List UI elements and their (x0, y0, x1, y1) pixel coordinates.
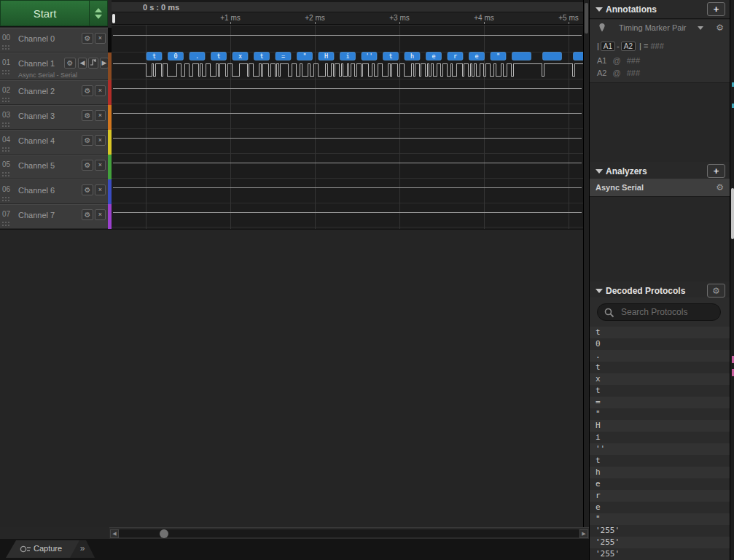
tick-mark (484, 22, 485, 24)
tick-label: +4 ms (466, 14, 502, 22)
channel-settings-gear-icon[interactable]: ⚙ (82, 33, 93, 44)
collapse-arrow-icon[interactable] (596, 7, 603, 12)
decoded-protocol-item[interactable]: x (590, 373, 730, 385)
timing-marker-pair-row[interactable]: Timing Marker Pair ⚙ (590, 20, 730, 36)
a1-at: @ (612, 56, 620, 65)
decode-bubble[interactable] (543, 52, 562, 61)
decoded-protocol-item[interactable]: t (590, 385, 730, 397)
marker-delta-formula: |A1-A2 | = ### (597, 42, 664, 51)
channel-drag-grip-icon[interactable] (1, 44, 11, 51)
channel-settings-gear-icon[interactable]: ⚙ (82, 85, 93, 96)
channel-close-icon[interactable]: × (95, 110, 106, 121)
start-button[interactable]: Start (0, 0, 89, 26)
marker-a2-chip[interactable]: A2 (621, 42, 636, 51)
decoded-protocol-item[interactable]: t (590, 362, 730, 373)
channel-close-icon[interactable]: × (95, 85, 106, 96)
channel-close-icon[interactable]: × (95, 160, 106, 171)
channel-drag-grip-icon[interactable] (1, 147, 11, 153)
timeline-position-marker[interactable] (112, 14, 115, 23)
decoded-protocol-item[interactable]: t (590, 455, 730, 467)
channel-settings-gear-icon[interactable]: ⚙ (82, 160, 93, 171)
channel-close-icon[interactable]: × (95, 209, 106, 220)
decode-bubble[interactable] (574, 52, 584, 61)
decoded-protocols-title: Decoded Protocols (606, 286, 685, 296)
decoded-protocol-item[interactable]: " (590, 408, 730, 420)
channel-row-03[interactable]: 03Channel 3⚙× (0, 105, 108, 129)
channel-drag-grip-icon[interactable] (1, 122, 11, 128)
marker-a1-chip[interactable]: A1 (601, 42, 615, 51)
decoded-protocol-item[interactable]: '255' (590, 548, 730, 560)
decoded-protocol-item[interactable]: t (590, 327, 730, 338)
decoded-protocol-item[interactable]: e (590, 502, 730, 513)
decoded-protocol-item[interactable]: . (590, 350, 730, 362)
channel-row-06[interactable]: 06Channel 6⚙× (0, 179, 108, 203)
decode-bubble-label: 0 (173, 52, 177, 60)
channel-settings-gear-icon[interactable]: ⚙ (82, 110, 93, 121)
tick-mark (569, 22, 569, 24)
vertical-scrollbar-panel[interactable] (730, 0, 734, 560)
channel-drag-grip-icon[interactable] (1, 196, 11, 203)
marker-dropdown-icon[interactable] (698, 26, 703, 30)
analyzer-name: Async Serial (596, 183, 644, 192)
decoded-protocol-item[interactable]: e (590, 478, 730, 490)
decoded-protocol-item[interactable]: " (590, 513, 730, 525)
analyzer-item-async-serial[interactable]: Async Serial ⚙ (590, 179, 730, 197)
search-protocols-input[interactable] (620, 306, 716, 319)
channel-index: 04 (2, 136, 10, 144)
decode-bubble-label: x (238, 52, 242, 60)
add-annotation-button[interactable]: + (707, 2, 725, 16)
scroll-right-arrow[interactable]: ▶ (579, 529, 588, 538)
horizontal-scrollbar[interactable]: ◀ ▶ (109, 527, 589, 539)
trigger-edge-button[interactable] (88, 58, 98, 69)
decoded-protocol-item[interactable]: r (590, 490, 730, 502)
decoded-protocol-item[interactable]: = (590, 397, 730, 408)
channel-close-icon[interactable]: × (95, 33, 106, 44)
channel-close-icon[interactable]: × (95, 184, 106, 195)
channel-row-05[interactable]: 05Channel 5⚙× (0, 155, 108, 179)
channel-drag-grip-icon[interactable] (1, 69, 11, 76)
horizontal-scroll-track[interactable] (119, 529, 579, 537)
channel-row-00[interactable]: 00Channel 0⚙× (0, 28, 108, 52)
decoded-protocol-item[interactable]: '255' (590, 537, 730, 548)
analyzer-settings-gear-icon[interactable]: ⚙ (716, 182, 724, 192)
search-icon (604, 308, 614, 318)
protocol-search-area (590, 298, 730, 327)
capture-tab-icon (20, 545, 31, 553)
decoded-protocol-item[interactable]: i (590, 432, 730, 443)
channel-drag-grip-icon[interactable] (1, 171, 11, 178)
channel-drag-grip-icon[interactable] (1, 97, 11, 104)
protocol-search-box[interactable] (597, 303, 721, 321)
marker-settings-gear-icon[interactable]: ⚙ (716, 23, 724, 33)
decode-bubble[interactable] (512, 52, 531, 61)
vertical-scroll-thumb-main[interactable] (585, 3, 588, 34)
collapse-arrow-icon[interactable] (596, 169, 603, 174)
decoded-protocol-item[interactable]: H (590, 420, 730, 432)
start-options-toggle[interactable] (89, 0, 108, 26)
waveform-main: 0 s : 0 ms +1 ms+2 ms+3 ms+4 ms+5 ms t0.… (112, 0, 583, 229)
channel-row-02[interactable]: 02Channel 2⚙× (0, 80, 108, 104)
timeline-tick-row[interactable]: +1 ms+2 ms+3 ms+4 ms+5 ms (112, 12, 583, 25)
channel-settings-gear-icon[interactable]: ⚙ (64, 58, 76, 69)
decoded-protocols-settings-button[interactable]: ⚙ (707, 284, 725, 298)
prev-frame-button[interactable]: ◀ (78, 58, 87, 69)
channel-row-04[interactable]: 04Channel 4⚙× (0, 130, 108, 154)
collapse-arrow-icon[interactable] (596, 289, 603, 293)
decode-bubble-label: t (152, 52, 156, 60)
decoded-protocol-item[interactable]: '255' (590, 525, 730, 537)
decoded-protocol-item[interactable]: '' (590, 443, 730, 455)
channel-settings-gear-icon[interactable]: ⚙ (82, 184, 93, 195)
channel-drag-grip-icon[interactable] (1, 221, 11, 228)
channel-row-01[interactable]: 01Channel 1Async Serial - Serial⚙◀▶ (0, 52, 108, 79)
scroll-left-arrow[interactable]: ◀ (110, 529, 119, 538)
channel-row-07[interactable]: 07Channel 7⚙× (0, 204, 108, 228)
channel-settings-gear-icon[interactable]: ⚙ (82, 135, 93, 146)
add-analyzer-button[interactable]: + (707, 164, 725, 178)
vertical-scroll-thumb-panel[interactable] (731, 188, 734, 239)
waveform-canvas[interactable]: t0.txt="Hi''there" (112, 25, 583, 229)
horizontal-scroll-thumb[interactable] (160, 529, 168, 538)
decoded-protocol-item[interactable]: h (590, 467, 730, 478)
decoded-protocol-item[interactable]: 0 (590, 338, 730, 350)
vertical-scrollbar-main[interactable] (583, 0, 589, 527)
channel-settings-gear-icon[interactable]: ⚙ (82, 209, 93, 220)
channel-close-icon[interactable]: × (95, 135, 106, 146)
